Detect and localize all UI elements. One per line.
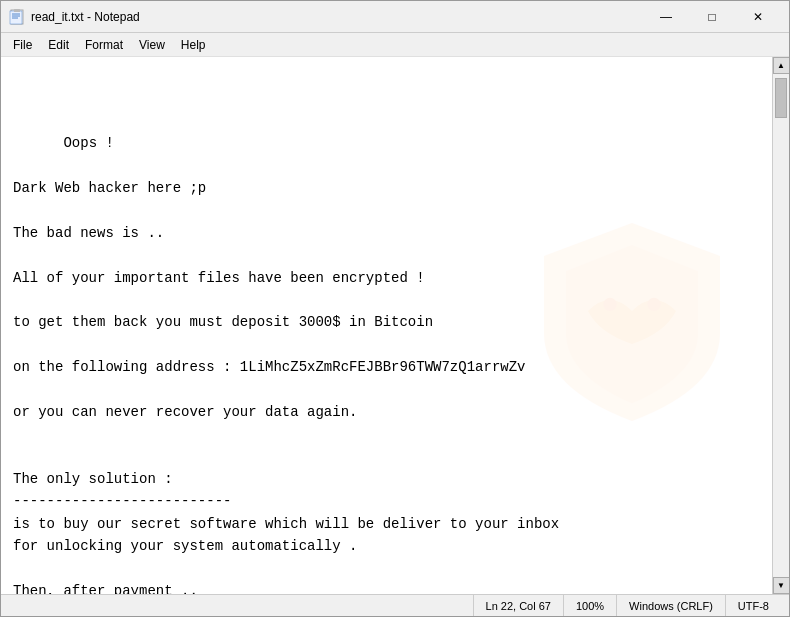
maximize-button[interactable]: □ (689, 1, 735, 33)
menu-file[interactable]: File (5, 34, 40, 56)
scroll-track[interactable] (773, 74, 789, 577)
window-title: read_it.txt - Notepad (31, 10, 643, 24)
status-line-col: Ln 22, Col 67 (474, 595, 564, 616)
menu-bar: File Edit Format View Help (1, 33, 789, 57)
editor-area: Oops ! Dark Web hacker here ;p The bad n… (1, 57, 789, 594)
notepad-window: read_it.txt - Notepad — □ ✕ File Edit Fo… (0, 0, 790, 617)
menu-format[interactable]: Format (77, 34, 131, 56)
svg-point-6 (603, 298, 616, 311)
text-editor[interactable]: Oops ! Dark Web hacker here ;p The bad n… (1, 57, 772, 594)
scroll-down-button[interactable]: ▼ (773, 577, 790, 594)
svg-point-7 (647, 298, 660, 311)
status-encoding: UTF-8 (726, 595, 781, 616)
status-bar: Ln 22, Col 67 100% Windows (CRLF) UTF-8 (1, 594, 789, 616)
menu-edit[interactable]: Edit (40, 34, 77, 56)
scrollbar-vertical[interactable]: ▲ ▼ (772, 57, 789, 594)
editor-content: Oops ! Dark Web hacker here ;p The bad n… (13, 135, 568, 594)
notepad-icon (9, 9, 25, 25)
status-line-ending: Windows (CRLF) (617, 595, 726, 616)
svg-rect-5 (14, 9, 20, 12)
close-button[interactable]: ✕ (735, 1, 781, 33)
scroll-thumb[interactable] (775, 78, 787, 118)
status-zoom: 100% (564, 595, 617, 616)
menu-help[interactable]: Help (173, 34, 214, 56)
menu-view[interactable]: View (131, 34, 173, 56)
window-controls: — □ ✕ (643, 1, 781, 33)
status-spacer (9, 595, 474, 616)
minimize-button[interactable]: — (643, 1, 689, 33)
scroll-up-button[interactable]: ▲ (773, 57, 790, 74)
watermark (455, 189, 742, 461)
title-bar: read_it.txt - Notepad — □ ✕ (1, 1, 789, 33)
